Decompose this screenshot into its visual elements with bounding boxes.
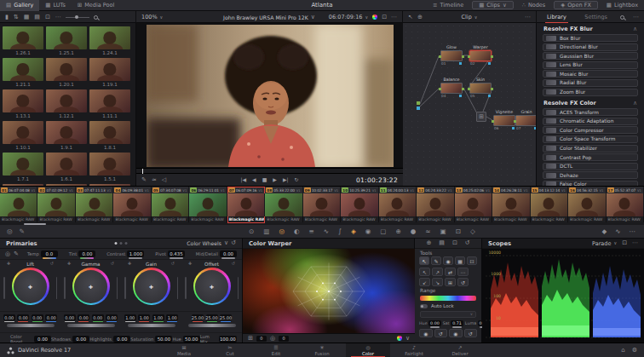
timeline-clip[interactable]: 15 04:13:12:14 V1 Blackmagic RAW	[531, 187, 568, 223]
timeline-clip[interactable]: 03 07:47:11:13 V1 Blackmagic RAW	[76, 187, 113, 223]
compare-icon[interactable]: ≈	[152, 177, 157, 183]
grade-indicator-icon[interactable]	[372, 14, 377, 20]
warper-rows-value[interactable]: 0	[256, 336, 267, 342]
stop-icon[interactable]: ■	[262, 177, 267, 182]
fx-item[interactable]: Chromatic Adaptation	[543, 118, 638, 125]
wheel-channel-value[interactable]: 0.00	[45, 314, 57, 320]
adjustment-value[interactable]: 0.00	[72, 336, 89, 343]
timeline-clip[interactable]: 14 04:26:28:11 V1 Blackmagic RAW	[492, 187, 530, 223]
fx-item[interactable]: Color Space Transform	[543, 135, 638, 143]
adjustment-value[interactable]: 50.00	[155, 336, 172, 343]
master-wheel-bar[interactable]	[7, 324, 55, 327]
clip-thumbnail[interactable]	[0, 193, 37, 216]
corrector-node[interactable]: Grain 07	[515, 110, 537, 130]
fx-item[interactable]: Radial Blur	[543, 79, 638, 87]
warper-color-chip[interactable]	[397, 336, 402, 341]
wheel-channel-value[interactable]: 25.00	[192, 314, 204, 320]
wheel-crosshair-icon[interactable]: ✚	[149, 284, 153, 290]
corrector-node[interactable]: Balance 04	[440, 78, 463, 98]
wheel-channel-value[interactable]: 0.00	[17, 314, 29, 320]
gallery-still[interactable]: 1.8.1	[89, 121, 130, 150]
tab-settings[interactable]: Settings	[579, 12, 612, 22]
expand-viewer-icon[interactable]: ⊡	[382, 14, 387, 20]
viewer-zoom-select[interactable]: 100% ∨	[141, 14, 163, 20]
source-node-dot[interactable]	[417, 101, 420, 105]
page-button[interactable]: ☰ Edit	[254, 343, 298, 357]
timeline-clip[interactable]: 01 06:07:04:08 V1 Blackmagic RAW	[0, 187, 37, 223]
timeline-clip[interactable]: 12 04:24:33:22 V1 Blackmagic RAW	[417, 187, 454, 223]
wheel-mode-select[interactable]: Color Wheels ∨ ↺	[187, 240, 236, 246]
gallery-still[interactable]: 1.11.1	[89, 89, 130, 118]
thumbnail-size-slider[interactable]	[66, 17, 89, 18]
fx-item[interactable]: Color Compressor	[543, 126, 638, 134]
node-graph-panel[interactable]: ⊞ Glow 01 Warper 02 Balance 04 Skin	[403, 23, 537, 186]
gallery-still[interactable]: 1.7.1	[3, 153, 43, 181]
chevron-down-icon[interactable]: ∨	[405, 336, 410, 342]
color-wheel[interactable]: ✚	[133, 268, 170, 305]
color-wheel[interactable]: ✚	[72, 268, 110, 305]
adjustment-value[interactable]: 1.000	[127, 250, 144, 257]
wheel-reset-icon[interactable]: ↺	[111, 262, 114, 266]
color-wheel[interactable]: ✚	[12, 268, 49, 305]
wheel-channel-value[interactable]: 1.00	[166, 314, 178, 320]
adjustment-value[interactable]: 0.00	[34, 336, 51, 343]
gallery-still[interactable]: 1.13.1	[3, 89, 43, 118]
wheel-crosshair-icon[interactable]: ✚	[210, 284, 214, 290]
fx-item[interactable]: Lens Blur	[543, 61, 638, 69]
adjustment-value[interactable]: 100.00	[219, 336, 237, 343]
loop-icon[interactable]: ↻	[295, 177, 299, 182]
wheel-move-icon[interactable]: ✚	[67, 262, 71, 266]
auto-lock-toggle[interactable]	[420, 304, 428, 308]
wheel-move-icon[interactable]: ✚	[128, 262, 131, 266]
wheel-channel-value[interactable]: 25.00	[220, 314, 232, 320]
source-alpha-dot[interactable]	[417, 107, 420, 110]
fx-item[interactable]: Gaussian Blur	[543, 52, 638, 60]
timeline-clip[interactable]: 10 10:25:39:21 V1 Blackmagic RAW	[341, 187, 378, 223]
clip-thumbnail[interactable]	[303, 193, 341, 216]
wheel-reset-icon[interactable]: ↺	[232, 262, 235, 266]
wheel-reset-icon[interactable]: ↺	[50, 262, 54, 266]
wheel-channel-value[interactable]: 0.00	[106, 314, 118, 320]
fx-item[interactable]: Contrast Pop	[543, 153, 638, 161]
timeline-clip[interactable]: 02 07:02:09:12 V1 Blackmagic RAW	[37, 187, 75, 223]
corrector-node[interactable]: Warper 02	[469, 45, 492, 66]
viewer-more-icon[interactable]: ⋯	[391, 14, 397, 20]
adjustment-value[interactable]: 0.435	[168, 250, 185, 257]
clip-thumbnail[interactable]	[568, 193, 606, 216]
gallery-still[interactable]: 1.24.1	[89, 26, 130, 55]
gallery-still[interactable]: 1.12.1	[46, 89, 87, 118]
timeline-clip[interactable]: 09 10:02:33:17 V1 Blackmagic RAW	[303, 187, 341, 223]
timeline-clip[interactable]: 16 04:56:32:15 V1 Blackmagic RAW	[568, 187, 606, 223]
collapse-icon[interactable]: ∧	[633, 26, 637, 32]
timeline-clip[interactable]: 11 04:24:00:13 V1 Blackmagic RAW	[379, 187, 417, 223]
search-icon[interactable]	[94, 15, 98, 20]
viewer-scrub-bar[interactable]	[136, 168, 403, 174]
gallery-still[interactable]: 1.20.1	[46, 58, 87, 87]
timeline-clip[interactable]: 17 05:52:37:07 V1 Blackmagic RAW	[607, 187, 644, 223]
clips-button[interactable]: ▦ Clips ∨	[472, 1, 514, 9]
project-manager-icon[interactable]: ⌂	[621, 348, 624, 354]
point-mode-dropdown[interactable]: ∨	[420, 311, 476, 318]
page-button[interactable]: ✂ Cut	[208, 343, 252, 357]
wheel-move-icon[interactable]: ✚	[188, 262, 192, 266]
step-back-icon[interactable]: ◀	[252, 177, 256, 182]
color-wheel[interactable]: ✚	[193, 268, 231, 305]
timeline-clip[interactable]: 05 07:34:07:08 V1 Blackmagic RAW	[152, 187, 189, 223]
node-cursor-icon[interactable]: ↖	[408, 14, 413, 20]
clip-thumbnail[interactable]	[113, 193, 151, 216]
warper-mesh[interactable]	[243, 249, 415, 333]
wheel-channel-value[interactable]: 0.00	[32, 314, 43, 320]
wheel-channel-value[interactable]: 0.00	[78, 314, 89, 320]
node-add-icon[interactable]: ⊕	[417, 14, 423, 20]
viewer-timecode-dropdown[interactable]: 06:07:09:16 ∨	[329, 14, 368, 20]
value-field[interactable]: 0.71	[451, 320, 463, 326]
value-field[interactable]: 0.00	[428, 320, 441, 326]
wheel-crosshair-icon[interactable]: ✚	[28, 284, 32, 290]
wheel-channel-value[interactable]: 0.00	[92, 314, 104, 320]
wheel-channel-value[interactable]: 1.00	[138, 314, 150, 320]
clip-thumbnail[interactable]	[76, 193, 113, 216]
gallery-toggle-icon[interactable]: ◎	[7, 228, 13, 235]
fx-item[interactable]: Box Blur	[543, 34, 638, 42]
skip-forward-icon[interactable]: ▶|	[283, 177, 289, 182]
layer-mixer-node[interactable]: ⊞	[476, 112, 486, 122]
